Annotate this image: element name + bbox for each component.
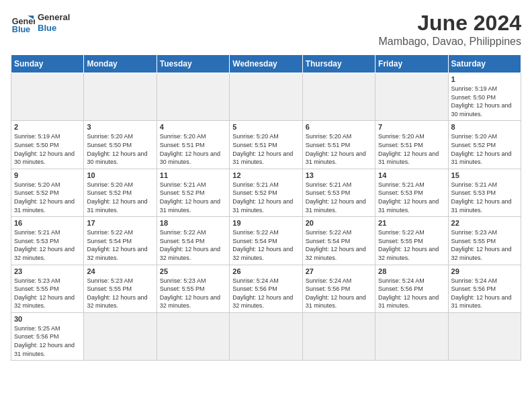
day-info: Sunrise: 5:21 AM Sunset: 5:53 PM Dayligh… <box>378 181 445 214</box>
calendar-header-cell: Saturday <box>448 55 521 73</box>
day-info: Sunrise: 5:22 AM Sunset: 5:55 PM Dayligh… <box>378 228 445 262</box>
day-info: Sunrise: 5:20 AM Sunset: 5:51 PM Dayligh… <box>232 132 299 166</box>
day-info: Sunrise: 5:22 AM Sunset: 5:54 PM Dayligh… <box>232 228 299 262</box>
day-number: 18 <box>160 219 226 227</box>
calendar-title: June 2024 <box>378 11 521 36</box>
logo: General Blue General Blue <box>11 11 70 35</box>
day-number: 27 <box>306 267 372 275</box>
day-number: 24 <box>87 267 153 275</box>
calendar-cell <box>302 312 375 360</box>
day-number: 20 <box>306 219 372 227</box>
day-info: Sunrise: 5:23 AM Sunset: 5:55 PM Dayligh… <box>451 228 518 262</box>
calendar-cell: 22Sunrise: 5:23 AM Sunset: 5:55 PM Dayli… <box>448 217 521 265</box>
calendar-cell <box>230 312 302 360</box>
day-number: 30 <box>14 315 81 323</box>
calendar-cell <box>11 73 84 121</box>
day-number: 7 <box>378 123 445 131</box>
day-number: 26 <box>232 267 299 275</box>
calendar-header-cell: Sunday <box>11 55 84 73</box>
calendar-cell: 10Sunrise: 5:20 AM Sunset: 5:52 PM Dayli… <box>84 169 157 216</box>
calendar-cell: 17Sunrise: 5:22 AM Sunset: 5:54 PM Dayli… <box>84 217 157 265</box>
calendar-cell <box>157 73 229 121</box>
calendar-cell: 20Sunrise: 5:22 AM Sunset: 5:54 PM Dayli… <box>302 217 375 265</box>
calendar-cell: 28Sunrise: 5:24 AM Sunset: 5:56 PM Dayli… <box>375 265 448 312</box>
day-number: 29 <box>451 267 518 275</box>
day-number: 15 <box>451 171 518 179</box>
calendar-body: 1Sunrise: 5:19 AM Sunset: 5:50 PM Daylig… <box>11 73 521 361</box>
day-number: 11 <box>160 171 226 179</box>
day-info: Sunrise: 5:24 AM Sunset: 5:56 PM Dayligh… <box>451 277 518 310</box>
calendar-cell: 8Sunrise: 5:20 AM Sunset: 5:52 PM Daylig… <box>448 121 521 169</box>
day-number: 14 <box>378 171 445 179</box>
calendar-cell: 21Sunrise: 5:22 AM Sunset: 5:55 PM Dayli… <box>375 217 448 265</box>
calendar-subtitle: Mambago, Davao, Philippines <box>378 36 521 48</box>
calendar-cell: 12Sunrise: 5:21 AM Sunset: 5:52 PM Dayli… <box>230 169 302 216</box>
day-number: 19 <box>232 219 299 227</box>
calendar-cell: 4Sunrise: 5:20 AM Sunset: 5:51 PM Daylig… <box>157 121 229 169</box>
day-info: Sunrise: 5:20 AM Sunset: 5:52 PM Dayligh… <box>14 181 81 214</box>
calendar-header-cell: Friday <box>375 55 448 73</box>
day-info: Sunrise: 5:24 AM Sunset: 5:56 PM Dayligh… <box>306 277 372 310</box>
calendar-row: 16Sunrise: 5:21 AM Sunset: 5:53 PM Dayli… <box>11 217 521 265</box>
day-info: Sunrise: 5:20 AM Sunset: 5:52 PM Dayligh… <box>451 132 518 166</box>
calendar-row: 23Sunrise: 5:23 AM Sunset: 5:55 PM Dayli… <box>11 265 521 312</box>
calendar-cell: 30Sunrise: 5:25 AM Sunset: 5:56 PM Dayli… <box>11 312 84 360</box>
page-header: General Blue General Blue June 2024 Mamb… <box>11 11 521 48</box>
calendar-cell: 9Sunrise: 5:20 AM Sunset: 5:52 PM Daylig… <box>11 169 84 216</box>
day-info: Sunrise: 5:24 AM Sunset: 5:56 PM Dayligh… <box>378 277 445 310</box>
calendar-row: 2Sunrise: 5:19 AM Sunset: 5:50 PM Daylig… <box>11 121 521 169</box>
day-info: Sunrise: 5:25 AM Sunset: 5:56 PM Dayligh… <box>14 324 81 358</box>
calendar-cell <box>302 73 375 121</box>
day-number: 25 <box>160 267 226 275</box>
calendar-cell: 5Sunrise: 5:20 AM Sunset: 5:51 PM Daylig… <box>230 121 302 169</box>
calendar-cell <box>448 312 521 360</box>
day-number: 2 <box>14 123 81 131</box>
logo-icon: General Blue <box>11 11 35 35</box>
day-info: Sunrise: 5:21 AM Sunset: 5:53 PM Dayligh… <box>14 228 81 262</box>
calendar-header-row: SundayMondayTuesdayWednesdayThursdayFrid… <box>11 55 521 73</box>
calendar-cell: 26Sunrise: 5:24 AM Sunset: 5:56 PM Dayli… <box>230 265 302 312</box>
day-info: Sunrise: 5:22 AM Sunset: 5:54 PM Dayligh… <box>306 228 372 262</box>
calendar-cell: 7Sunrise: 5:20 AM Sunset: 5:51 PM Daylig… <box>375 121 448 169</box>
day-info: Sunrise: 5:20 AM Sunset: 5:51 PM Dayligh… <box>378 132 445 166</box>
calendar-cell <box>157 312 229 360</box>
calendar-cell: 27Sunrise: 5:24 AM Sunset: 5:56 PM Dayli… <box>302 265 375 312</box>
day-number: 3 <box>87 123 153 131</box>
calendar-cell <box>84 73 157 121</box>
day-info: Sunrise: 5:21 AM Sunset: 5:53 PM Dayligh… <box>451 181 518 214</box>
day-number: 22 <box>451 219 518 227</box>
day-number: 21 <box>378 219 445 227</box>
title-block: June 2024 Mambago, Davao, Philippines <box>378 11 521 48</box>
day-info: Sunrise: 5:21 AM Sunset: 5:53 PM Dayligh… <box>306 181 372 214</box>
day-info: Sunrise: 5:19 AM Sunset: 5:50 PM Dayligh… <box>14 132 81 166</box>
calendar-cell: 1Sunrise: 5:19 AM Sunset: 5:50 PM Daylig… <box>448 73 521 121</box>
calendar-cell <box>230 73 302 121</box>
calendar-row: 9Sunrise: 5:20 AM Sunset: 5:52 PM Daylig… <box>11 169 521 216</box>
day-info: Sunrise: 5:19 AM Sunset: 5:50 PM Dayligh… <box>451 85 518 118</box>
calendar-cell <box>375 312 448 360</box>
calendar-cell: 15Sunrise: 5:21 AM Sunset: 5:53 PM Dayli… <box>448 169 521 216</box>
calendar-cell <box>84 312 157 360</box>
calendar-cell: 13Sunrise: 5:21 AM Sunset: 5:53 PM Dayli… <box>302 169 375 216</box>
day-number: 10 <box>87 171 153 179</box>
day-number: 1 <box>451 75 518 83</box>
day-number: 17 <box>87 219 153 227</box>
calendar-row: 1Sunrise: 5:19 AM Sunset: 5:50 PM Daylig… <box>11 73 521 121</box>
calendar-cell: 24Sunrise: 5:23 AM Sunset: 5:55 PM Dayli… <box>84 265 157 312</box>
calendar-cell: 11Sunrise: 5:21 AM Sunset: 5:52 PM Dayli… <box>157 169 229 216</box>
day-info: Sunrise: 5:21 AM Sunset: 5:52 PM Dayligh… <box>160 181 226 214</box>
day-info: Sunrise: 5:24 AM Sunset: 5:56 PM Dayligh… <box>232 277 299 310</box>
logo-blue-text: Blue <box>38 23 70 34</box>
calendar-cell: 14Sunrise: 5:21 AM Sunset: 5:53 PM Dayli… <box>375 169 448 216</box>
day-number: 12 <box>232 171 299 179</box>
calendar-cell: 25Sunrise: 5:23 AM Sunset: 5:55 PM Dayli… <box>157 265 229 312</box>
svg-text:Blue: Blue <box>12 25 30 34</box>
calendar-header-cell: Thursday <box>302 55 375 73</box>
day-number: 28 <box>378 267 445 275</box>
calendar-cell: 23Sunrise: 5:23 AM Sunset: 5:55 PM Dayli… <box>11 265 84 312</box>
calendar-table: SundayMondayTuesdayWednesdayThursdayFrid… <box>11 54 521 361</box>
day-info: Sunrise: 5:22 AM Sunset: 5:54 PM Dayligh… <box>160 228 226 262</box>
day-number: 6 <box>306 123 372 131</box>
calendar-header-cell: Tuesday <box>157 55 229 73</box>
calendar-row: 30Sunrise: 5:25 AM Sunset: 5:56 PM Dayli… <box>11 312 521 360</box>
